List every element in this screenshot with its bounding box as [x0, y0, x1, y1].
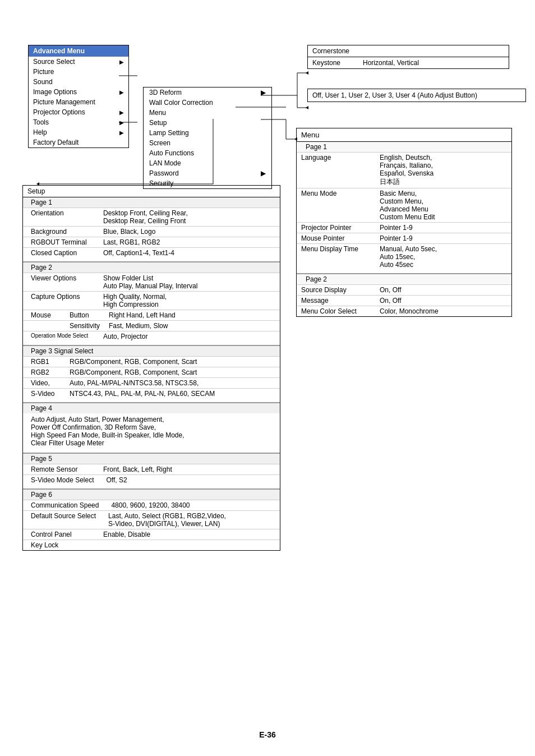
cornerstone-label: Cornerstone — [308, 45, 509, 57]
proj-item-menu[interactable]: Menu — [144, 108, 271, 118]
key-lock-row: Key Lock — [23, 540, 280, 550]
menu-color-select-row: Menu Color Select Color, Monochrome — [297, 306, 511, 316]
proj-item-lanmode[interactable]: LAN Mode — [144, 158, 271, 168]
video-row: Video, Auto, PAL-M/PAL-N/NTSC3.58, NTSC3… — [23, 377, 280, 388]
operation-mode-row: Operation Mode Select Auto, Projector — [23, 331, 280, 342]
menu-item-source-select[interactable]: Source Select ▶ — [29, 57, 128, 67]
svideo-row: S-Video NTSC4.43, PAL, PAL-M, PAL-N, PAL… — [23, 388, 280, 399]
proj-item-autofunc[interactable]: Auto Functions — [144, 148, 271, 158]
arrow-icon: ▶ — [119, 109, 124, 116]
rgbout-row: RGBOUT Terminal Last, RGB1, RGB2 — [23, 237, 280, 247]
arrow-icon: ▶ — [119, 119, 124, 126]
proj-item-password[interactable]: Password ▶ — [144, 168, 271, 178]
arrow-icon: ▶ — [261, 169, 266, 177]
arrow-icon: ▶ — [119, 89, 124, 95]
page2-title: Page 2 — [297, 274, 511, 284]
arrow-icon: ▶ — [119, 130, 124, 136]
proj-item-3dref[interactable]: 3D Reform ▶ — [144, 87, 271, 98]
menu-mode-row: Menu Mode Basic Menu,Custom Menu,Advance… — [297, 188, 511, 222]
proj-item-setup[interactable]: Setup — [144, 118, 271, 128]
projector-pointer-row: Projector Pointer Pointer 1-9 — [297, 222, 511, 233]
mouse-sensitivity-row: Sensitivity Fast, Medium, Slow — [23, 320, 280, 331]
mouse-button-row: Mouse Button Right Hand, Left Hand — [23, 310, 280, 320]
closed-caption-row: Closed Caption Off, Caption1-4, Text1-4 — [23, 247, 280, 258]
setup-page3: Page 3 Signal Select — [23, 346, 280, 356]
setup-page4: Page 4 — [23, 403, 280, 413]
menu-item-picture[interactable]: Picture — [29, 67, 128, 77]
mouse-pointer-row: Mouse Pointer Pointer 1-9 — [297, 233, 511, 243]
svideo-mode-row: S-Video Mode Select Off, S2 — [23, 474, 280, 485]
proj-item-lamp[interactable]: Lamp Setting — [144, 128, 271, 138]
svg-marker-10 — [306, 106, 308, 109]
proj-item-wallcolor[interactable]: Wall Color Correction — [144, 98, 271, 108]
control-panel-row: Control Panel Enable, Disable — [23, 529, 280, 540]
viewer-options-row: Viewer Options Show Folder ListAuto Play… — [23, 273, 280, 291]
page-footer: E-36 — [0, 730, 535, 739]
proj-item-screen[interactable]: Screen — [144, 138, 271, 148]
arrow-icon: ▶ — [119, 59, 124, 65]
setup-page6: Page 6 — [23, 490, 280, 500]
menu-item-tools[interactable]: Tools ▶ — [29, 117, 128, 127]
advanced-menu-title: Advanced Menu — [29, 45, 128, 57]
capture-options-row: Capture Options High Quality, Normal,Hig… — [23, 291, 280, 310]
menu-item-image-options[interactable]: Image Options ▶ — [29, 87, 128, 97]
setup-page5: Page 5 — [23, 454, 280, 464]
default-source-row: Default Source Select Last, Auto, Select… — [23, 510, 280, 529]
language-row: Language English, Deutsch,Français, Ital… — [297, 152, 511, 188]
arrow-icon: ▶ — [261, 89, 266, 96]
menu-right-title: Menu — [297, 128, 511, 141]
page1-title: Page 1 — [297, 142, 511, 152]
svg-marker-9 — [306, 71, 308, 75]
menu-item-projector-options[interactable]: Projector Options ▶ — [29, 107, 128, 117]
setup-page1: Page 1 — [23, 197, 280, 208]
comm-speed-row: Communication Speed 4800, 9600, 19200, 3… — [23, 500, 280, 510]
orientation-row: Orientation Desktop Front, Ceiling Rear,… — [23, 208, 280, 226]
menu-item-picture-management[interactable]: Picture Management — [29, 97, 128, 107]
message-row: Message On, Off — [297, 295, 511, 306]
remote-sensor-row: Remote Sensor Front, Back, Left, Right — [23, 464, 280, 474]
menu-item-sound[interactable]: Sound — [29, 77, 128, 87]
menu-display-time-row: Menu Display Time Manual, Auto 5sec,Auto… — [297, 243, 511, 270]
rgb2-row: RGB2 RGB/Component, RGB, Component, Scar… — [23, 367, 280, 377]
background-row: Background Blue, Black, Logo — [23, 226, 280, 237]
setup-title: Setup — [23, 186, 280, 197]
menu-item-help[interactable]: Help ▶ — [29, 127, 128, 137]
page4-content: Auto Adjust, Auto Start, Power Managemen… — [23, 413, 280, 449]
source-display-row: Source Display On, Off — [297, 284, 511, 295]
rgb1-row: RGB1 RGB/Component, RGB, Component, Scar… — [23, 356, 280, 367]
keystone-row: Keystone Horizontal, Vertical — [308, 57, 509, 68]
setup-page2: Page 2 — [23, 262, 280, 273]
menu-item-factory-default[interactable]: Factory Default — [29, 137, 128, 147]
off-user-box: Off, User 1, User 2, User 3, User 4 (Aut… — [307, 89, 526, 102]
